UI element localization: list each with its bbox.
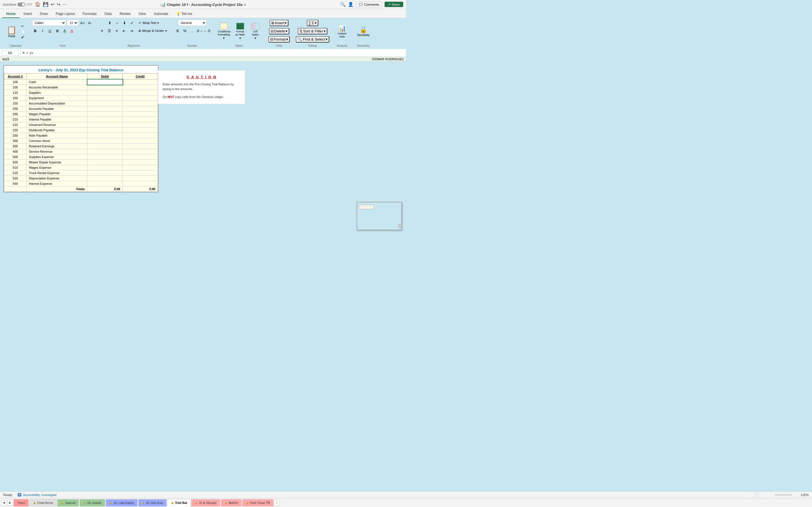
tab-page-layout[interactable]: Page Layout	[52, 10, 79, 18]
debit-cell[interactable]	[87, 181, 123, 186]
credit-cell[interactable]	[123, 133, 158, 138]
sort-filter-button[interactable]: ⇅ Sort & Filter ▾	[298, 28, 327, 34]
tab-formulas[interactable]: Formulas	[79, 10, 101, 18]
align-top-button[interactable]: ⬆	[107, 20, 113, 26]
text-direction-button[interactable]: ⤢	[129, 20, 135, 26]
save-icon[interactable]: 💾	[43, 2, 49, 7]
debit-cell[interactable]	[87, 79, 123, 85]
tab-home[interactable]: Home	[2, 10, 19, 18]
account-number-cell[interactable]: 205	[4, 112, 27, 117]
tab-review[interactable]: Review	[116, 10, 135, 18]
border-button[interactable]: ⊞	[54, 27, 60, 34]
debit-cell[interactable]	[87, 90, 123, 96]
sensitivity-button[interactable]: 🔒 Sensitivity	[355, 25, 372, 38]
font-increase-button[interactable]: A+	[80, 20, 86, 26]
account-number-cell[interactable]: 505	[4, 160, 27, 165]
account-number-cell[interactable]: 110	[4, 90, 27, 96]
debit-cell[interactable]	[87, 170, 123, 176]
undo-icon[interactable]: ↩	[51, 2, 54, 7]
debit-cell[interactable]	[87, 160, 123, 165]
account-number-cell[interactable]: 520	[4, 176, 27, 181]
debit-cell[interactable]	[87, 154, 123, 160]
autosave-toggle[interactable]	[17, 3, 26, 6]
sum-button[interactable]: ∑ Σ ▾	[307, 20, 318, 26]
delete-button[interactable]: ⊟ Delete ▾	[269, 28, 290, 34]
credit-cell[interactable]	[123, 170, 158, 176]
align-right-button[interactable]: ≡	[114, 27, 120, 34]
account-number-cell[interactable]: 100	[4, 79, 27, 85]
number-format-select[interactable]: General	[178, 20, 206, 26]
credit-cell[interactable]	[123, 149, 158, 154]
debit-cell[interactable]	[87, 149, 123, 154]
account-number-cell[interactable]: 300	[4, 138, 27, 144]
comma-button[interactable]: ,	[189, 27, 195, 34]
tab-insert[interactable]: Insert	[19, 10, 36, 18]
account-number-cell[interactable]: 510	[4, 165, 27, 170]
italic-button[interactable]: I	[40, 27, 46, 34]
credit-cell[interactable]	[123, 85, 158, 90]
percent-button[interactable]: %	[182, 27, 188, 34]
underline-button[interactable]: U	[47, 27, 53, 34]
format-as-table-button[interactable]: Formatas Table ▾	[233, 22, 247, 41]
debit-cell[interactable]	[87, 138, 123, 144]
account-number-cell[interactable]: 400	[4, 149, 27, 154]
decimal-inc-button[interactable]: .0→	[197, 27, 203, 34]
tab-tell-me[interactable]: 💡 Tell me	[172, 10, 196, 18]
paste-button[interactable]: 📋 Paste	[4, 24, 19, 39]
find-select-button[interactable]: 🔍 Find & Select ▾	[296, 36, 329, 43]
align-left-button[interactable]: ≡	[99, 27, 105, 34]
cell-styles-button[interactable]: CellStyles ▾	[248, 22, 262, 41]
credit-cell[interactable]	[123, 144, 158, 149]
account-number-cell[interactable]: 155	[4, 101, 27, 106]
credit-cell[interactable]	[123, 112, 158, 117]
credit-cell[interactable]	[123, 122, 158, 128]
debit-cell[interactable]	[87, 122, 123, 128]
debit-cell[interactable]	[87, 176, 123, 181]
debit-cell[interactable]	[87, 101, 123, 106]
credit-cell[interactable]	[123, 160, 158, 165]
cancel-formula-icon[interactable]: ✕	[22, 51, 25, 55]
account-number-cell[interactable]: 250	[4, 133, 27, 138]
decimal-dec-button[interactable]: ←.0	[204, 27, 210, 34]
indent-left-button[interactable]: ⇤	[121, 27, 127, 34]
comments-button[interactable]: 💬 Comments	[356, 1, 382, 7]
tab-view[interactable]: View	[135, 10, 150, 18]
account-number-cell[interactable]: 215	[4, 122, 27, 128]
account-number-cell[interactable]: 515	[4, 170, 27, 176]
font-decrease-button[interactable]: A-	[87, 20, 93, 26]
credit-cell[interactable]	[123, 117, 158, 122]
debit-cell[interactable]	[87, 144, 123, 149]
profile-icon[interactable]: 👤	[348, 2, 354, 7]
account-number-cell[interactable]: 500	[4, 154, 27, 160]
search-icon[interactable]: 🔍	[340, 2, 346, 7]
fill-color-button[interactable]: A̲	[61, 27, 68, 34]
debit-cell[interactable]	[87, 106, 123, 112]
currency-button[interactable]: $	[174, 27, 181, 34]
account-number-cell[interactable]: 550	[4, 181, 27, 186]
debit-cell[interactable]	[87, 133, 123, 138]
debit-cell[interactable]	[87, 117, 123, 122]
account-number-cell[interactable]: 220	[4, 128, 27, 133]
analyze-data-button[interactable]: 📊 AnalyzeData	[335, 24, 349, 40]
redo-icon[interactable]: ↪	[57, 2, 60, 7]
credit-cell[interactable]	[123, 176, 158, 181]
tab-data[interactable]: Data	[101, 10, 116, 18]
bold-button[interactable]: B	[32, 27, 38, 34]
font-size-select[interactable]: 11	[67, 20, 79, 26]
credit-cell[interactable]	[123, 79, 158, 85]
confirm-formula-icon[interactable]: ✓	[26, 51, 29, 55]
tab-automate[interactable]: Automate	[150, 10, 172, 18]
insert-function-icon[interactable]: ƒx	[30, 51, 33, 55]
cell-reference-input[interactable]	[2, 50, 18, 55]
more-options-icon[interactable]: ···	[63, 2, 66, 7]
credit-cell[interactable]	[123, 138, 158, 144]
account-number-cell[interactable]: 200	[4, 106, 27, 112]
conditional-formatting-button[interactable]: ConditionalFormatting ▾	[216, 22, 232, 41]
credit-cell[interactable]	[123, 154, 158, 160]
credit-cell[interactable]	[123, 181, 158, 186]
credit-cell[interactable]	[123, 165, 158, 170]
credit-cell[interactable]	[123, 106, 158, 112]
share-button[interactable]: ↗ Share	[385, 2, 403, 7]
account-number-cell[interactable]: 210	[4, 117, 27, 122]
debit-cell[interactable]	[87, 128, 123, 133]
